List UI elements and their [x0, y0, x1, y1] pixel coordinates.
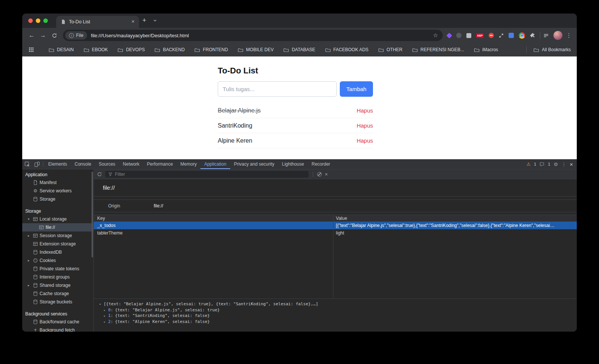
- browser-tab[interactable]: To-Do List ×: [56, 16, 139, 28]
- tab-sources[interactable]: Sources: [95, 159, 119, 169]
- extensions-puzzle-icon[interactable]: [530, 33, 535, 38]
- back-button[interactable]: ←: [26, 30, 37, 41]
- inspect-element-icon[interactable]: [22, 161, 32, 167]
- zoom-window-button[interactable]: [43, 18, 48, 23]
- devtools-close-icon[interactable]: ×: [570, 161, 573, 168]
- sidebar-item-shared-storage[interactable]: ▸ Shared storage: [22, 281, 93, 289]
- bookmark-folder-mobile-dev[interactable]: MOBILE DEV: [238, 47, 274, 53]
- bookmark-folder-referensi[interactable]: REFERENSI NGEB...: [412, 47, 464, 53]
- refresh-icon[interactable]: [97, 172, 102, 177]
- preview-item-row[interactable]: ▸1:{text: "SantriKoding", selesai: false…: [94, 313, 577, 319]
- devtools-settings-gear-icon[interactable]: ⚙: [554, 161, 558, 167]
- tab-lighthouse[interactable]: Lighthouse: [278, 159, 308, 169]
- add-todo-button[interactable]: Tambah: [340, 81, 373, 97]
- storage-row-x-todos[interactable]: _x_todos [{"text":"Belajar Alpine.js","s…: [94, 222, 577, 229]
- extension-abp-icon[interactable]: ABP: [476, 33, 484, 38]
- sidebar-scrollbar[interactable]: [92, 172, 93, 257]
- reload-button[interactable]: [49, 30, 60, 41]
- sidebar-item-session-storage[interactable]: ▸ Session storage: [22, 231, 93, 240]
- expander-open-icon[interactable]: ▾: [99, 302, 104, 307]
- tab-elements[interactable]: Elements: [44, 159, 71, 169]
- sidebar-item-cookies[interactable]: ▸ Cookies: [22, 256, 93, 265]
- profile-avatar[interactable]: [553, 31, 562, 40]
- bookmark-folder-facebook-ads[interactable]: FACEBOOK ADS: [325, 47, 368, 53]
- expander-closed-icon[interactable]: ▸: [104, 308, 108, 313]
- apps-grid-icon[interactable]: [28, 47, 34, 53]
- bookmark-folder-ebook[interactable]: EBOOK: [84, 47, 108, 53]
- delete-selected-icon[interactable]: ×: [325, 172, 328, 177]
- new-tab-button[interactable]: +: [139, 15, 150, 26]
- clear-all-icon[interactable]: [317, 172, 322, 177]
- tab-performance[interactable]: Performance: [143, 159, 177, 169]
- filter-box[interactable]: [105, 171, 309, 178]
- preview-item-row[interactable]: ▸2:{text: "Alpine Keren", selesai: false…: [94, 319, 577, 325]
- bookmark-folder-database[interactable]: DATABASE: [283, 47, 315, 53]
- minimize-window-button[interactable]: [36, 18, 40, 23]
- expander-open-icon[interactable]: ▾: [26, 217, 31, 221]
- bookmark-folder-frontend[interactable]: FRONTEND: [194, 47, 228, 53]
- address-bar[interactable]: i File file:///Users/maulayyacyber/Deskt…: [63, 30, 443, 41]
- device-toolbar-icon[interactable]: [32, 161, 42, 167]
- sidebar-item-extension-storage[interactable]: Extension storage: [22, 240, 93, 248]
- bookmark-folder-imacros[interactable]: iMacros: [474, 47, 498, 53]
- bookmark-folder-backend[interactable]: BACKEND: [154, 47, 185, 53]
- tab-console[interactable]: Console: [71, 159, 95, 169]
- sidebar-item-manifest[interactable]: Manifest: [22, 178, 93, 187]
- tab-network[interactable]: Network: [119, 159, 143, 169]
- extension-square-icon[interactable]: [466, 33, 471, 38]
- tab-recorder[interactable]: Recorder: [308, 159, 334, 169]
- delete-todo-link[interactable]: Hapus: [357, 137, 373, 144]
- sidebar-item-cache-storage[interactable]: Cache storage: [22, 289, 93, 298]
- bookmark-star-icon[interactable]: ☆: [431, 32, 440, 39]
- sidebar-item-indexeddb[interactable]: IndexedDB: [22, 248, 93, 256]
- bookmark-folder-devops[interactable]: DEVOPS: [118, 47, 145, 53]
- sidebar-item-service-workers[interactable]: ⚙ Service workers: [22, 187, 93, 195]
- expander-closed-icon[interactable]: ▸: [26, 234, 31, 238]
- browser-menu-kebab-icon[interactable]: ⋮: [565, 32, 573, 39]
- sidebar-item-local-storage[interactable]: ▾ Local storage: [22, 215, 93, 223]
- forward-button[interactable]: →: [37, 30, 49, 41]
- bookmark-folder-other[interactable]: OTHER: [378, 47, 402, 53]
- warning-icon[interactable]: ⚠: [527, 161, 531, 167]
- preview-item-row[interactable]: ▸0:{text: "Belajar Alpine.js", selesai: …: [94, 307, 577, 313]
- delete-todo-link[interactable]: Hapus: [357, 122, 373, 129]
- tab-privacy-and-security[interactable]: Privacy and security: [230, 159, 278, 169]
- sidebar-section-storage: Storage: [22, 207, 93, 215]
- chrome-logo-icon[interactable]: [519, 32, 525, 39]
- tab-close-icon[interactable]: ×: [130, 19, 136, 25]
- all-bookmarks-button[interactable]: All Bookmarks: [533, 47, 571, 53]
- filter-input[interactable]: [115, 172, 306, 177]
- sidebar-item-back-forward-cache[interactable]: Back/forward cache: [22, 318, 93, 326]
- column-divider[interactable]: [333, 215, 333, 299]
- extension-dim-icon[interactable]: [456, 33, 461, 38]
- console-messages-icon[interactable]: [539, 162, 544, 167]
- extension-red-icon[interactable]: [489, 33, 494, 38]
- media-controls-icon[interactable]: [543, 33, 549, 38]
- delete-todo-link[interactable]: Hapus: [357, 107, 373, 114]
- todo-text: Alpine Keren: [218, 137, 252, 144]
- sidebar-item-storage[interactable]: Storage: [22, 195, 93, 203]
- close-window-button[interactable]: [28, 18, 33, 23]
- expander-closed-icon[interactable]: ▸: [26, 259, 31, 262]
- extension-blue-icon[interactable]: [509, 33, 514, 38]
- expander-closed-icon[interactable]: ▸: [26, 283, 31, 287]
- url-file-chip[interactable]: i File: [65, 31, 87, 40]
- todo-input[interactable]: [218, 81, 337, 97]
- extension-gem-icon[interactable]: [446, 32, 452, 38]
- tab-memory[interactable]: Memory: [177, 159, 200, 169]
- sidebar-item-interest-groups[interactable]: Interest groups: [22, 273, 93, 281]
- expander-closed-icon[interactable]: ▸: [104, 313, 108, 319]
- tab-search-chevron-icon[interactable]: [150, 15, 160, 26]
- sidebar-item-storage-buckets[interactable]: Storage buckets: [22, 298, 93, 306]
- sidebar-item-file-origin[interactable]: file://: [22, 223, 93, 231]
- expander-closed-icon[interactable]: ▸: [104, 319, 108, 325]
- preview-root-row[interactable]: ▾[{text: "Belajar Alpine.js", selesai: t…: [94, 301, 577, 307]
- tab-application[interactable]: Application: [200, 159, 230, 169]
- storage-row-tabler-theme[interactable]: tablerTheme light: [94, 229, 577, 237]
- sidebar-item-background-fetch[interactable]: Background fetch: [22, 326, 93, 332]
- devtools-menu-kebab-icon[interactable]: ⋮: [561, 161, 566, 167]
- extension-expand-arrows-icon[interactable]: [499, 33, 504, 38]
- sidebar-item-private-state-tokens[interactable]: Private state tokens: [22, 265, 93, 273]
- origin-row[interactable]: Origin file://: [94, 200, 577, 212]
- bookmark-folder-desain[interactable]: DESAIN: [49, 47, 74, 53]
